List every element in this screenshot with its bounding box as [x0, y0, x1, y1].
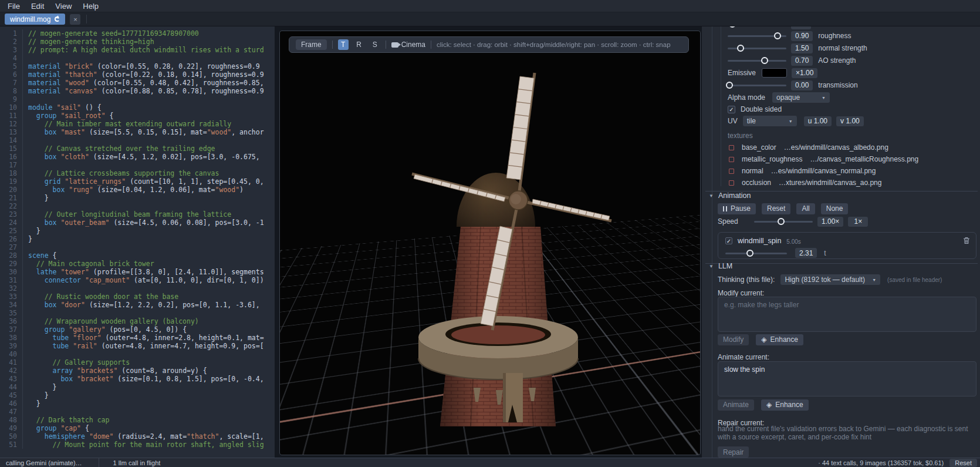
code-line[interactable]: 32 — [0, 284, 275, 293]
code-line[interactable]: 39 tube "rail" (outer=4.8, inner=4.7, he… — [0, 342, 275, 350]
texture-row-base-color[interactable]: base_color …es/windmill/canvas_albedo.pn… — [729, 142, 976, 153]
code-line[interactable]: 30 lathe "tower" (profile=[[3.8, 0], [2.… — [0, 268, 275, 276]
slider[interactable] — [728, 26, 786, 28]
code-line[interactable]: 51 // Mount point for the main rotor sha… — [0, 441, 275, 449]
code-line[interactable]: 26} — [0, 235, 275, 243]
speed-slider[interactable] — [754, 217, 813, 226]
modify-button[interactable]: Modify — [718, 334, 749, 345]
code-editor[interactable]: 1// mogen-generate seed=1777171693478907… — [0, 26, 275, 458]
none-button[interactable]: None — [821, 203, 849, 214]
normal-strength-value[interactable]: 1.50 — [791, 43, 813, 53]
menu-edit[interactable]: Edit — [31, 2, 44, 11]
frame-button[interactable]: Frame — [296, 39, 327, 50]
transmission-slider[interactable] — [728, 81, 786, 89]
code-line[interactable]: 3// prompt: A high detail dutch windmill… — [0, 46, 275, 54]
code-line[interactable]: 46 } — [0, 399, 275, 408]
alpha-mode-dropdown[interactable]: opaque ▼ — [772, 92, 830, 103]
speed-reset-button[interactable]: 1× — [848, 217, 868, 227]
uv-mode-dropdown[interactable]: tile ▼ — [743, 116, 797, 126]
code-line[interactable]: 8material "canvas" (color=[0.88, 0.85, 0… — [0, 87, 275, 95]
gizmo-scale-button[interactable]: S — [370, 39, 380, 50]
code-line[interactable]: 2// mogen-generate thinking=high — [0, 38, 275, 46]
code-line[interactable]: 41 // Gallery supports — [0, 358, 275, 367]
emissive-color-swatch[interactable] — [762, 68, 787, 78]
menu-help[interactable]: Help — [83, 2, 99, 11]
code-line[interactable]: 5material "brick" (color=[0.55, 0.28, 0.… — [0, 62, 275, 70]
animation-section-header[interactable]: ▼ Animation — [709, 191, 751, 200]
uv-u-value[interactable]: u 1.00 — [804, 116, 832, 126]
emissive-multiplier[interactable]: ×1.00 — [792, 68, 817, 78]
code-line[interactable]: 19 grid "lattice_rungs" (count=[10, 1, 1… — [0, 177, 275, 186]
value-box[interactable] — [791, 26, 811, 29]
code-line[interactable]: 12 // Main timber mast extending outward… — [0, 120, 275, 128]
texture-row-occlusion[interactable]: occlusion …xtures/windmill/canvas_ao.png — [729, 177, 976, 189]
tab-windmill-mog[interactable]: windmill.mog — [5, 14, 65, 25]
code-line[interactable]: 33 // Rustic wooden door at the base — [0, 293, 275, 301]
code-line[interactable]: 40 — [0, 350, 275, 358]
inspector-panel[interactable]: 0.90 roughness 1.50 normal strength 0.70… — [702, 26, 980, 458]
clip-time-slider[interactable] — [725, 249, 787, 257]
usage-reset-button[interactable]: Reset — [949, 459, 977, 467]
code-line[interactable]: 18 // Lattice crossbeams supporting the … — [0, 169, 275, 177]
reload-icon[interactable] — [55, 16, 60, 22]
tab-close-button[interactable]: × — [70, 14, 80, 25]
animate-input[interactable]: slow the spin — [718, 361, 976, 397]
code-line[interactable]: 47 — [0, 408, 275, 416]
code-line[interactable]: 43 box "bracket" (size=[0.1, 0.8, 1.5], … — [0, 375, 275, 383]
code-line[interactable]: 16 box "cloth" (size=[4.5, 1.2, 0.02], p… — [0, 153, 275, 161]
code-line[interactable]: 15 // Canvas stretched over the trailing… — [0, 145, 275, 153]
code-line[interactable]: 4 — [0, 54, 275, 62]
clip-enabled-checkbox[interactable]: ✓ — [725, 237, 732, 244]
viewport-3d[interactable]: Frame T R S Cinema click: select · drag:… — [279, 31, 701, 455]
code-line[interactable]: 22 — [0, 202, 275, 210]
code-line[interactable]: 31 connector "cap_mount" (at=[0, 11.0, 0… — [0, 276, 275, 284]
code-line[interactable]: 21 } — [0, 194, 275, 202]
modify-input[interactable]: e.g. make the legs taller — [718, 297, 976, 332]
normal-strength-slider[interactable] — [728, 44, 786, 52]
code-line[interactable]: 50 hemisphere "dome" (radius=2.4, mat="t… — [0, 432, 275, 441]
code-line[interactable]: 44 } — [0, 383, 275, 391]
uv-v-value[interactable]: v 1.00 — [836, 116, 864, 126]
pause-button[interactable]: Pause — [718, 203, 756, 214]
code-line[interactable]: 49 group "cap" { — [0, 424, 275, 432]
llm-section-header[interactable]: ▼ LLM — [709, 262, 732, 270]
code-line[interactable]: 28scene { — [0, 251, 275, 260]
code-line[interactable]: 7material "wood" (color=[0.55, 0.48, 0.4… — [0, 79, 275, 87]
cinema-button[interactable]: Cinema — [391, 41, 425, 49]
code-line[interactable]: 17 — [0, 161, 275, 169]
roughness-value[interactable]: 0.90 — [791, 31, 813, 41]
code-line[interactable]: 48 // Dark thatch cap — [0, 416, 275, 424]
roughness-slider[interactable] — [728, 32, 786, 40]
code-line[interactable]: 10module "sail" () { — [0, 103, 275, 112]
code-line[interactable]: 38 tube "floor" (outer=4.8, inner=2.8, h… — [0, 334, 275, 342]
speed-value[interactable]: 1.00× — [817, 217, 843, 227]
code-line[interactable]: 37 group "gallery" (pos=[0, 4.5, 0]) { — [0, 325, 275, 334]
gizmo-translate-button[interactable]: T — [338, 39, 349, 50]
code-line[interactable]: 24 box "outer_beam" (size=[4.5, 0.06, 0.… — [0, 219, 275, 227]
code-line[interactable]: 34 box "door" (size=[1.2, 2.2, 0.2], pos… — [0, 301, 275, 309]
texture-row-normal[interactable]: normal …es/windmill/canvas_normal.png — [729, 165, 976, 177]
code-line[interactable]: 42 array "brackets" (count=8, around=y) … — [0, 367, 275, 375]
texture-row-metallic-roughness[interactable]: metallic_roughness …/canvas_metallicRoug… — [729, 153, 976, 165]
code-line[interactable]: 25 } — [0, 227, 275, 235]
code-line[interactable]: 20 box "rung" (size=[0.04, 1.2, 0.06], m… — [0, 186, 275, 194]
transmission-value[interactable]: 0.00 — [791, 80, 813, 90]
code-line[interactable]: 1// mogen-generate seed=1777171693478907… — [0, 29, 275, 38]
code-line[interactable]: 35 — [0, 309, 275, 317]
ao-strength-slider[interactable] — [728, 56, 786, 65]
code-line[interactable]: 45 } — [0, 391, 275, 399]
code-line[interactable]: 6material "thatch" (color=[0.22, 0.18, 0… — [0, 70, 275, 79]
trash-icon[interactable] — [963, 237, 970, 244]
code-line[interactable]: 36 // Wraparound wooden gallery (balcony… — [0, 317, 275, 325]
animate-button[interactable]: Animate — [718, 399, 754, 411]
code-line[interactable]: 9 — [0, 95, 275, 103]
menu-view[interactable]: View — [55, 2, 72, 11]
code-line[interactable]: 14 — [0, 136, 275, 145]
code-line[interactable]: 13 box "mast" (size=[5.5, 0.15, 0.15], m… — [0, 128, 275, 136]
enhance-modify-button[interactable]: ◈ Enhance — [756, 334, 803, 345]
code-line[interactable]: 23 // Outer longitudinal beam framing th… — [0, 210, 275, 219]
menu-file[interactable]: File — [8, 2, 20, 11]
gizmo-rotate-button[interactable]: R — [354, 39, 364, 50]
thinking-dropdown[interactable]: High (8192 tok — default) ▼ — [780, 274, 880, 285]
reset-anim-button[interactable]: Reset — [762, 203, 790, 214]
